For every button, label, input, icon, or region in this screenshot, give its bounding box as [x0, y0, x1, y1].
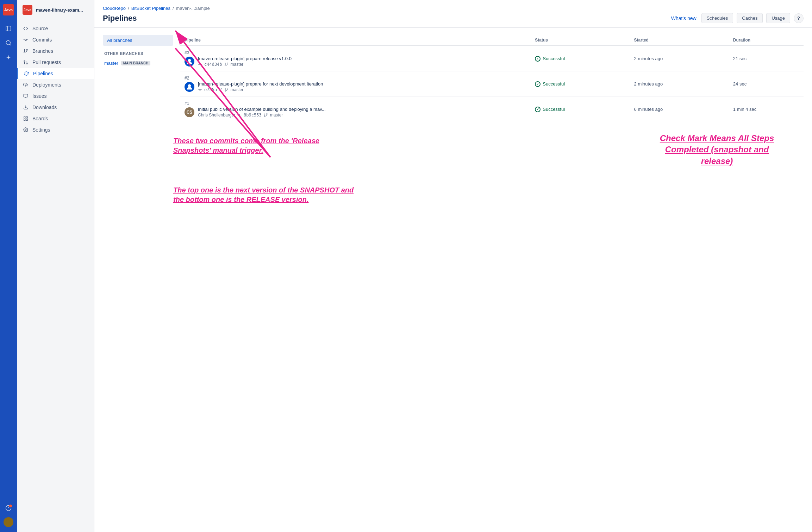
- downloads-label: Downloads: [32, 104, 57, 110]
- status-badge: Successful: [535, 107, 625, 112]
- branch-badge: MAIN BRANCH: [121, 61, 151, 65]
- annotation-text-1: These two commits come from the 'Release…: [173, 136, 335, 155]
- sidebar-item-deployments[interactable]: Deployments: [17, 79, 94, 90]
- all-branches-button[interactable]: All branches: [103, 35, 173, 46]
- svg-point-48: [264, 116, 265, 117]
- table-row[interactable]: #1 CS Initial public version of example …: [180, 97, 804, 122]
- branch-item-master[interactable]: master MAIN BRANCH: [103, 58, 173, 68]
- branch-name: master: [104, 61, 118, 66]
- svg-point-43: [239, 114, 240, 116]
- sidebar-item-downloads[interactable]: Downloads: [17, 102, 94, 113]
- svg-point-2: [6, 40, 10, 45]
- status-badge: Successful: [535, 56, 625, 62]
- pipelines-body: All branches OTHER BRANCHES master MAIN …: [94, 28, 812, 129]
- started-time: 6 minutes ago: [630, 97, 729, 122]
- other-branches-label: OTHER BRANCHES: [103, 51, 173, 56]
- repo-icon: Java: [23, 5, 32, 15]
- table-row[interactable]: #3 [maven-release-plugin] prepare releas…: [180, 46, 804, 71]
- col-started: Started: [630, 35, 729, 46]
- duration-value: 21 sec: [729, 46, 804, 71]
- deployments-icon: [23, 82, 29, 87]
- pipeline-meta: Chris Shellenbarger 8b9c553 master: [198, 113, 326, 118]
- source-icon: [23, 26, 29, 31]
- sidebar: Java maven-library-exam... Source Commit…: [17, 0, 94, 532]
- duration-value: 1 min 4 sec: [729, 97, 804, 122]
- svg-point-37: [199, 89, 201, 90]
- col-duration: Duration: [729, 35, 804, 46]
- svg-point-28: [25, 129, 26, 131]
- pipeline-info: [maven-release-plugin] prepare release v…: [198, 56, 292, 67]
- svg-point-14: [26, 49, 28, 51]
- sidebar-item-pull-requests[interactable]: Pull requests: [17, 57, 94, 68]
- home-icon[interactable]: [5, 25, 12, 33]
- svg-rect-20: [24, 94, 28, 97]
- svg-rect-27: [24, 119, 25, 120]
- breadcrumb-cloudrepo[interactable]: CloudRepo: [103, 6, 126, 11]
- sidebar-item-settings[interactable]: Settings: [17, 124, 94, 135]
- col-status: Status: [531, 35, 630, 46]
- pull-requests-label: Pull requests: [32, 59, 61, 65]
- pipeline-table: Pipeline Status Started Duration #3: [180, 35, 804, 122]
- caches-button[interactable]: Caches: [737, 13, 763, 23]
- pipeline-meta: c44d34b master: [198, 62, 292, 67]
- sidebar-nav: Source Commits Branches Pull requests Pi…: [17, 20, 94, 532]
- pipeline-cell-inner: [maven-release-plugin] prepare release v…: [185, 56, 526, 67]
- pipeline-meta: e735af7 master: [198, 87, 323, 92]
- page-header: CloudRepo / BitBucket Pipelines / maven-…: [94, 0, 812, 28]
- duration-value: 24 sec: [729, 71, 804, 97]
- branches-label: Branches: [32, 48, 53, 54]
- page-title: Pipelines: [103, 14, 137, 23]
- sidebar-item-issues[interactable]: Issues: [17, 90, 94, 102]
- pipeline-avatar: [185, 57, 194, 66]
- pipeline-description: [maven-release-plugin] prepare for next …: [198, 81, 323, 87]
- pipeline-description: Initial public version of example buildi…: [198, 107, 326, 112]
- sidebar-item-commits[interactable]: Commits: [17, 34, 94, 45]
- help-button[interactable]: ?: [794, 13, 804, 23]
- svg-point-9: [6, 519, 11, 523]
- settings-label: Settings: [32, 127, 50, 133]
- schedules-button[interactable]: Schedules: [701, 13, 733, 23]
- breadcrumb-sep1: /: [128, 6, 129, 11]
- pipelines-label: Pipelines: [33, 71, 53, 76]
- pipeline-number: #2: [185, 76, 526, 81]
- svg-point-41: [227, 88, 228, 89]
- svg-line-3: [10, 44, 11, 45]
- settings-icon: [23, 127, 29, 132]
- annotation-text-2: The top one is the next version of the S…: [173, 185, 356, 204]
- svg-point-42: [225, 90, 226, 91]
- svg-point-10: [25, 39, 27, 41]
- help-icon[interactable]: [5, 505, 12, 512]
- sidebar-item-source[interactable]: Source: [17, 23, 94, 34]
- svg-rect-26: [26, 119, 27, 120]
- pipeline-table-area: Pipeline Status Started Duration #3: [180, 35, 804, 122]
- svg-point-35: [225, 65, 226, 66]
- sidebar-item-boards[interactable]: Boards: [17, 113, 94, 124]
- boards-label: Boards: [32, 116, 48, 121]
- issues-label: Issues: [32, 93, 46, 99]
- main-content: CloudRepo / BitBucket Pipelines / maven-…: [94, 0, 812, 532]
- user-avatar[interactable]: [4, 517, 13, 527]
- table-row[interactable]: #2 [maven-release-plugin] prepare for ne…: [180, 71, 804, 97]
- page-title-row: Pipelines What's new Schedules Caches Us…: [103, 13, 804, 27]
- commits-label: Commits: [32, 37, 52, 43]
- started-time: 2 minutes ago: [630, 71, 729, 97]
- pipeline-cell-inner: CS Initial public version of example bui…: [185, 107, 526, 118]
- commits-icon: [23, 37, 29, 42]
- whats-new-link[interactable]: What's new: [671, 15, 697, 21]
- header-actions: What's new Schedules Caches Usage ?: [671, 13, 804, 23]
- pipeline-info: [maven-release-plugin] prepare for next …: [198, 81, 323, 92]
- breadcrumb-bitbucket[interactable]: BitBucket Pipelines: [131, 6, 170, 11]
- sidebar-item-branches[interactable]: Branches: [17, 45, 94, 57]
- branch-ref: master: [270, 113, 283, 118]
- col-pipeline: Pipeline: [180, 35, 531, 46]
- svg-point-47: [266, 114, 267, 115]
- sidebar-item-pipelines[interactable]: Pipelines: [17, 68, 94, 79]
- author-name: Chris Shellenbarger: [198, 113, 235, 118]
- search-icon[interactable]: [5, 40, 12, 47]
- svg-point-34: [227, 63, 228, 64]
- pipeline-description: [maven-release-plugin] prepare release v…: [198, 56, 292, 61]
- add-icon[interactable]: [5, 54, 12, 62]
- usage-button[interactable]: Usage: [766, 13, 790, 23]
- status-check-icon: [535, 81, 541, 87]
- pipeline-avatar-person: CS: [185, 107, 194, 117]
